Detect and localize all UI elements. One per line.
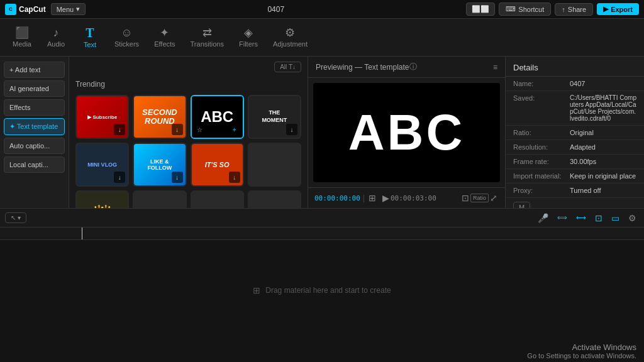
empty3-preview [192,192,243,208]
detail-label-name: Name: [513,80,570,87]
link-icon[interactable]: ⟷ [574,212,589,223]
share-button[interactable]: ↑ Share [555,3,593,16]
tab-audio-label: Audio [47,40,65,48]
detail-row-framerate: Frame rate: 30.00fps [506,155,644,169]
adjustment-icon: ⚙ [285,27,295,38]
detail-label-ratio: Ratio: [513,129,570,136]
detail-value-ratio: Original [570,129,636,136]
auto-caption-button[interactable]: Auto captio... [4,138,65,154]
preview-title: Previewing — Text template [316,63,409,72]
playback-controls: ⊞ ▶ [367,192,391,204]
details-header: Details [506,57,644,77]
select-tool-button[interactable]: ↖ ▾ [5,212,26,223]
template-item-follow[interactable]: LIKE &FOLLOW ↓ [133,143,186,187]
transitions-icon: ⇄ [203,27,212,38]
tab-stickers[interactable]: ☺ Stickers [108,25,145,50]
template-item-minivlog[interactable]: MINI VLOG ↓ [75,143,129,187]
template-item-empty4[interactable] [248,190,301,208]
ai-generated-label: AI generated [9,85,49,92]
tab-audio[interactable]: ♪ Audio [40,25,72,50]
tab-text-label: Text [84,41,96,48]
ratio-button[interactable]: Ratio [470,194,489,202]
empty4-preview [249,192,300,208]
total-duration: 00:00:03:00 [391,194,436,202]
detail-value-name: 0407 [570,80,636,87]
template-grid: ▶ Subscribe ↓ SECONDROUND ↓ ABC [69,92,308,208]
menu-button[interactable]: Menu ▾ [51,3,86,15]
template-item-its[interactable]: IT'S SO ↓ [191,143,244,187]
fullscreen-button[interactable]: ⤢ [489,192,499,204]
grid-view-button[interactable]: ⊞ [367,192,377,204]
template-item-moment[interactable]: THEMOMENT ↓ [248,95,301,139]
share-label: Share [568,6,586,13]
detail-value-framerate: 30.00fps [570,158,636,165]
all-filter-button[interactable]: All T↓ [274,62,301,72]
app-name: CapCut [19,5,46,14]
download-icon[interactable]: ↓ [172,124,183,135]
template-item-second-round[interactable]: SECONDROUND ↓ [133,95,186,139]
filters-icon: ◈ [244,27,253,38]
auto-caption-label: Auto captio... [9,142,50,150]
tab-media[interactable]: ⬛ Media [6,25,38,50]
add-text-label: + Add text [9,66,40,74]
export-label: Export [611,6,633,13]
tab-adjustment-label: Adjustment [273,40,308,48]
all-filter-label: All T↓ [280,63,296,70]
caption-icon[interactable]: ▭ [609,212,622,224]
tab-adjustment[interactable]: ⚙ Adjustment [267,25,314,50]
tab-effects[interactable]: ✦ Effects [148,25,181,50]
preview-header: Previewing — Text template ⓘ ≡ [308,57,505,78]
text-template-button[interactable]: ✦ Text template [4,118,65,135]
settings-icon[interactable]: ⚙ [626,212,639,224]
detail-row-name: Name: 0407 [506,77,644,91]
ai-generated-button[interactable]: AI generated [4,80,65,97]
activate-windows-line2: Go to Settings to activate Windows. [8,352,636,359]
playhead [82,228,82,239]
download-icon[interactable]: ↓ [172,172,183,183]
chain-icon[interactable]: ⊡ [592,212,605,224]
tab-text[interactable]: T Text [74,24,106,51]
play-button[interactable]: ▶ [381,192,391,204]
preview-video: ABC [313,83,500,182]
mic-icon[interactable]: 🎤 [535,212,551,224]
shortcut-icon: ⌨ [506,5,516,13]
monitor-button[interactable]: ⬜⬜ [466,3,495,16]
download-icon[interactable]: ↓ [229,172,240,183]
template-item-abc[interactable]: ABC ☆ + [191,95,244,139]
tab-stickers-label: Stickers [114,40,139,48]
detail-value-import: Keep in original place [570,172,636,180]
main-toolbar: ⬛ Media ♪ Audio T Text ☺ Stickers ✦ Effe… [0,19,644,57]
shortcut-button[interactable]: ⌨ Shortcut [499,3,551,16]
detail-label-resolution: Resolution: [513,143,570,151]
effects-button[interactable]: Effects [4,99,65,116]
tab-transitions[interactable]: ⇄ Transitions [184,25,230,50]
template-item-empty2[interactable] [133,190,186,208]
drag-material-icon: ⊞ [253,285,260,295]
add-text-button[interactable]: + Add text [4,62,65,78]
split-icon[interactable]: ⟺ [555,212,570,223]
topbar-right-buttons: ⬜⬜ ⌨ Shortcut ↑ Share ▶ Export [466,3,639,16]
menu-label: Menu [57,6,74,13]
share-icon: ↑ [562,6,565,13]
tab-filters[interactable]: ◈ Filters [233,25,264,50]
preview-menu-icon[interactable]: ≡ [493,63,497,72]
detail-row-saved: Saved: C:/Users/BHATTI Computers AppData… [506,91,644,126]
local-caption-button[interactable]: Local capti... [4,156,65,173]
template-row: 👑 [75,190,301,208]
template-item-subscribe[interactable]: ▶ Subscribe ↓ [75,95,129,139]
detail-row-ratio: Ratio: Original [506,126,644,140]
template-item-crown[interactable]: 👑 [75,190,129,208]
add-icon[interactable]: + [229,124,240,135]
fullscreen-zoom-button[interactable]: ⊡ [460,192,470,204]
export-button[interactable]: ▶ Export [597,3,639,15]
timeline-ruler [0,228,644,240]
detail-label-saved: Saved: [513,94,570,122]
template-item-empty3[interactable] [191,190,244,208]
template-item-empty[interactable] [248,143,301,187]
timeline-toolbar: ↖ ▾ 🎤 ⟺ ⟷ ⊡ ▭ ⚙ [0,209,644,228]
details-more-button[interactable]: M [513,202,530,208]
download-icon[interactable]: ↓ [286,124,297,135]
download-icon[interactable]: ↓ [114,124,125,135]
star-icon[interactable]: ☆ [194,124,206,135]
download-icon[interactable]: ↓ [114,172,125,183]
